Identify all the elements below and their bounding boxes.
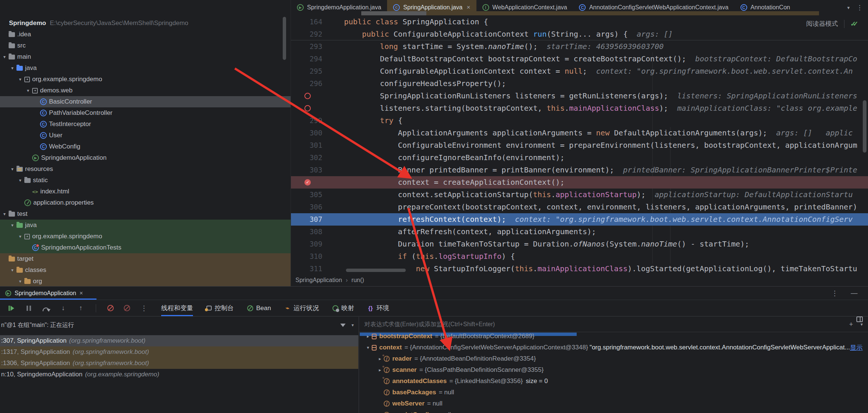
code-line[interactable]: 296configureHeadlessProperty();	[291, 77, 868, 90]
breakpoint-verified-icon[interactable]: ✓	[304, 179, 311, 186]
tree-chevron-icon[interactable]: ▾	[16, 77, 24, 82]
code-editor[interactable]: 164public class SpringApplication {292pu…	[291, 15, 868, 286]
more-icon[interactable]: ⋮	[140, 305, 148, 312]
close-icon[interactable]: ×	[467, 4, 470, 11]
tree-item[interactable]: ▾org	[0, 276, 291, 286]
frame-row[interactable]: :1306, SpringApplication(org.springframe…	[0, 358, 358, 369]
code-line[interactable]: 303Banner printedBanner = printBanner(en…	[291, 164, 868, 176]
tree-item[interactable]: CPathVariableController	[0, 107, 291, 119]
code-line[interactable]: 310if (this.logStartupInfo) {	[291, 250, 868, 263]
tree-item[interactable]: ▾java	[0, 220, 291, 231]
debug-session-tab[interactable]: ▶ SpringdemoApplication ×	[0, 287, 88, 300]
debug-tab-Bean[interactable]: Bean	[247, 300, 271, 316]
tree-item[interactable]: ▾main	[0, 51, 291, 62]
breadcrumb-method[interactable]: run()	[352, 277, 364, 284]
debug-tab-映射[interactable]: 映射	[332, 300, 354, 316]
code-line[interactable]: 300ApplicationArguments applicationArgum…	[291, 127, 868, 139]
tree-item[interactable]: ▾classes	[0, 264, 291, 276]
minimize-icon[interactable]: —	[851, 289, 858, 297]
code-line[interactable]: SpringApplicationRunListeners listeners …	[291, 90, 868, 102]
step-over-icon[interactable]	[43, 308, 49, 311]
more-icon[interactable]: ⋮	[831, 289, 838, 297]
tree-item[interactable]: ▾org.example.springdemo	[0, 231, 291, 242]
tree-chevron-icon[interactable]: ▾	[16, 234, 24, 239]
tree-chevron-icon[interactable]: ▾	[8, 65, 16, 71]
code-line[interactable]: 293long startTime = System.nanoTime(); s…	[291, 40, 868, 53]
debug-tab-运行状况[interactable]: ⌁运行状况	[285, 300, 319, 316]
pause-icon[interactable]	[25, 305, 33, 312]
code-line[interactable]: 164public class SpringApplication {	[291, 16, 868, 28]
more-tabs-icon[interactable]: ⋮	[856, 4, 863, 12]
chevron-down-icon[interactable]: ▾	[352, 322, 354, 328]
tree-chevron-icon[interactable]: ▾	[8, 166, 16, 172]
show-value-link[interactable]: 显示	[850, 343, 863, 352]
tree-item[interactable]: ▾static	[0, 175, 291, 186]
code-line[interactable]: 292public ConfigurableApplicationContext…	[291, 28, 868, 40]
tree-item[interactable]: <>index.html	[0, 186, 291, 197]
tree-item[interactable]: application.properties	[0, 197, 291, 208]
code-line[interactable]: 301ConfigurableEnvironment environment =…	[291, 139, 868, 152]
tree-chevron-icon[interactable]: ▾	[16, 178, 24, 183]
code-line[interactable]: 305context.setApplicationStartup(this.ap…	[291, 189, 868, 201]
tree-item[interactable]: src	[0, 40, 291, 51]
frame-row[interactable]: n:10, SpringdemoApplication(org.example.…	[0, 369, 358, 380]
tree-chevron-icon[interactable]: ▾	[16, 279, 24, 284]
tree-item[interactable]: ▾test	[0, 208, 291, 220]
tree-chevron-icon[interactable]: ▾	[24, 88, 32, 93]
debug-tab-控制台[interactable]: 控制台	[206, 300, 234, 316]
variable-row[interactable]: ▸bootstrapContext= {DefaultBootstrapCont…	[359, 331, 868, 342]
filter-icon[interactable]	[340, 324, 346, 327]
code-line[interactable]: 299try {	[291, 114, 868, 127]
tree-item[interactable]: ▾demos.web	[0, 85, 291, 96]
tree-item[interactable]: .idea	[0, 29, 291, 40]
code-line[interactable]: listeners.starting(bootstrapContext, thi…	[291, 102, 868, 114]
step-out-icon[interactable]: ↑	[77, 305, 85, 312]
code-line[interactable]: 294DefaultBootstrapContext bootstrapCont…	[291, 53, 868, 65]
variable-row[interactable]: fbasePackages= null	[359, 387, 868, 398]
double-check-icon[interactable]: ✓✓	[850, 20, 858, 28]
tree-item[interactable]: CWebConfig	[0, 141, 291, 152]
variable-row[interactable]: fwebServer= null	[359, 398, 868, 409]
code-line[interactable]: ✓context = createApplicationContext();	[291, 176, 868, 189]
mute-breakpoints-icon[interactable]	[107, 305, 114, 311]
tree-item[interactable]: CTestInterceptor	[0, 119, 291, 130]
add-watch-icon[interactable]: +	[849, 321, 853, 328]
tree-item[interactable]: CBasicController	[0, 96, 291, 107]
tree-chevron-icon[interactable]: ▾	[8, 223, 16, 228]
frame-row[interactable]: :307, SpringApplication(org.springframew…	[0, 335, 358, 346]
breadcrumb-class[interactable]: SpringApplication	[295, 277, 342, 284]
variable-row[interactable]: ▾context= {AnnotationConfigServletWebSer…	[359, 342, 868, 353]
debug-tab-线程和变量[interactable]: 线程和变量	[161, 300, 193, 316]
code-line[interactable]: 309Duration timeTakenToStartup = Duratio…	[291, 238, 868, 250]
code-line[interactable]: 295ConfigurableApplicationContext contex…	[291, 65, 868, 77]
tree-item[interactable]: ▾org.example.springdemo	[0, 74, 291, 85]
variable-row[interactable]: ▸freader= {AnnotatedBeanDefinitionReader…	[359, 353, 868, 364]
variable-row[interactable]: fservletConfig= null	[359, 409, 868, 413]
evaluate-expression-input[interactable]: 对表达式求值(Enter)或添加监视(Ctrl+Shift+Enter) + ▾	[359, 317, 868, 332]
project-scrollbar-thumb[interactable]	[283, 17, 286, 60]
tree-item[interactable]: ▾java	[0, 62, 291, 74]
variable-row[interactable]: ▸fscanner= {ClassPathBeanDefinitionScann…	[359, 364, 868, 376]
tree-item[interactable]: CUser	[0, 130, 291, 141]
variable-chevron-icon[interactable]: ▾	[364, 345, 372, 350]
editor-hscrollbar-thumb[interactable]	[346, 269, 406, 272]
chevron-down-icon[interactable]: ▾	[847, 5, 850, 10]
frame-row[interactable]: :1317, SpringApplication(org.springframe…	[0, 346, 358, 358]
tree-item[interactable]: SpringdemoE:\cyberSecurity\JavaSec\MemSh…	[0, 18, 291, 29]
view-breakpoints-icon[interactable]	[124, 305, 130, 311]
tree-item[interactable]: CSpringdemoApplicationTests	[0, 242, 291, 253]
tree-chevron-icon[interactable]: ▾	[8, 267, 16, 273]
close-icon[interactable]: ×	[80, 290, 83, 297]
breakpoint-icon[interactable]	[304, 93, 311, 99]
tree-item[interactable]: ▾resources	[0, 163, 291, 175]
chevron-down-icon[interactable]: ▾	[861, 322, 863, 327]
tree-chevron-icon[interactable]: ▾	[0, 54, 9, 59]
variable-chevron-icon[interactable]: ▸	[364, 334, 372, 339]
editor-vscrollbar-thumb[interactable]	[863, 100, 867, 153]
tree-item[interactable]: target	[0, 253, 291, 264]
code-line[interactable]: 302configureIgnoreBeanInfo(environment);	[291, 152, 868, 164]
tree-chevron-icon[interactable]: ▾	[0, 211, 9, 217]
debug-tab-环境[interactable]: {}环境	[368, 300, 389, 316]
step-into-icon[interactable]: ↓	[59, 305, 67, 312]
resume-icon[interactable]	[7, 305, 15, 312]
